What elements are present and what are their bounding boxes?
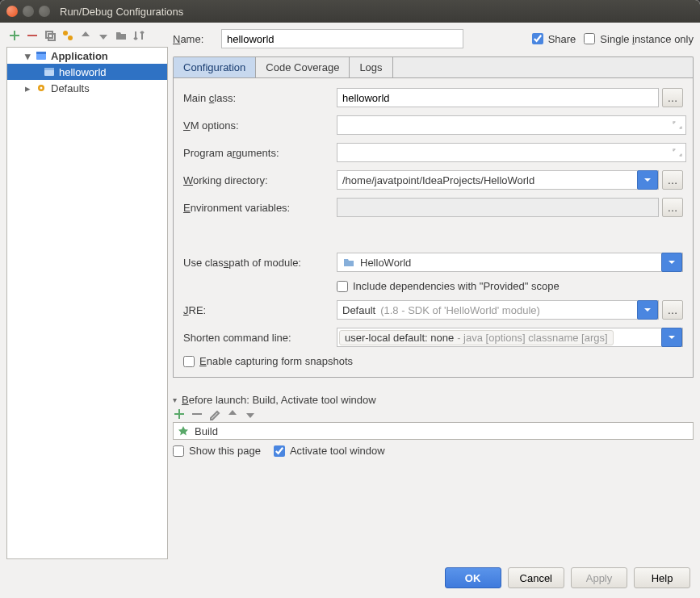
- before-launch-toolbar: [173, 406, 694, 422]
- remove-config-icon[interactable]: [26, 29, 39, 42]
- add-config-icon[interactable]: [8, 29, 21, 42]
- jre-value: Default: [342, 304, 375, 316]
- move-up-icon[interactable]: [79, 29, 92, 42]
- close-icon[interactable]: [6, 6, 18, 17]
- minimize-icon[interactable]: [23, 6, 34, 17]
- activate-tool-label: Activate tool window: [290, 445, 385, 457]
- configuration-panel: Main class: … VM options:: [173, 77, 694, 378]
- body: ▾ Application helloworld ▸: [0, 23, 700, 598]
- edit-defaults-icon[interactable]: [61, 29, 74, 42]
- svg-rect-7: [44, 68, 54, 70]
- jre-label: JRE:: [183, 304, 329, 316]
- tree-node-helloworld[interactable]: helloworld: [7, 64, 167, 80]
- help-button[interactable]: Help: [634, 567, 690, 588]
- chevron-down-icon[interactable]: [661, 253, 682, 272]
- tree-node-application[interactable]: ▾ Application: [7, 48, 167, 64]
- titlebar: Run/Debug Configurations: [0, 0, 700, 23]
- name-input[interactable]: [221, 29, 463, 48]
- right-pane: Name: Share Single instance only Configu…: [173, 27, 694, 559]
- window: Run/Debug Configurations: [0, 0, 700, 598]
- chevron-down-icon[interactable]: [661, 328, 682, 347]
- main-class-input[interactable]: [337, 88, 659, 107]
- application-icon: [43, 65, 56, 78]
- shorten-value: user-local default: none: [345, 332, 454, 344]
- copy-config-icon[interactable]: [44, 29, 57, 42]
- name-row: Name: Share Single instance only: [173, 27, 694, 56]
- before-launch-list[interactable]: Build: [173, 422, 694, 440]
- left-pane: ▾ Application helloworld ▸: [6, 27, 168, 559]
- build-item-label: Build: [195, 425, 218, 437]
- tab-code-coverage[interactable]: Code Coverage: [256, 57, 350, 77]
- working-dir-label: Working directory:: [183, 174, 329, 186]
- svg-point-2: [63, 31, 68, 36]
- tab-strip: Configuration Code Coverage Logs: [173, 56, 694, 77]
- main-class-label: Main class:: [183, 92, 329, 104]
- browse-env-button[interactable]: …: [662, 198, 683, 217]
- classpath-value: HelloWorld: [360, 257, 411, 269]
- vm-options-label: VM options:: [183, 119, 329, 132]
- tab-configuration[interactable]: Configuration: [174, 57, 256, 77]
- apply-button[interactable]: Apply: [571, 567, 627, 588]
- window-title: Run/Debug Configurations: [60, 6, 183, 18]
- before-launch-header[interactable]: ▾ Before launch: Build, Activate tool wi…: [173, 394, 694, 406]
- snapshots-label: Enable capturing form snapshots: [199, 355, 353, 367]
- snapshots-checkbox[interactable]: Enable capturing form snapshots: [183, 355, 683, 367]
- chevron-down-icon[interactable]: [637, 170, 658, 190]
- chevron-down-icon: ▾: [23, 50, 31, 62]
- activate-tool-checkbox[interactable]: Activate tool window: [274, 445, 385, 457]
- tree-node-label: helloworld: [59, 66, 107, 78]
- program-args-input[interactable]: [337, 143, 686, 162]
- tree-node-label: Defaults: [51, 82, 90, 94]
- shorten-hint: - java [options] classname [args]: [457, 332, 607, 344]
- browse-main-class-button[interactable]: …: [662, 88, 683, 107]
- include-provided-label: Include dependencies with "Provided" sco…: [353, 280, 560, 292]
- program-args-label: Program arguments:: [183, 147, 329, 159]
- include-provided-checkbox[interactable]: Include dependencies with "Provided" sco…: [337, 280, 560, 292]
- svg-point-9: [40, 87, 43, 90]
- window-controls: [6, 6, 50, 17]
- edit-task-icon[interactable]: [208, 408, 221, 420]
- maximize-icon[interactable]: [39, 6, 50, 17]
- single-instance-checkbox[interactable]: Single instance only: [584, 33, 694, 45]
- jre-combo[interactable]: Default (1.8 - SDK of 'HelloWorld' modul…: [337, 300, 659, 320]
- jre-hint: (1.8 - SDK of 'HelloWorld' module): [380, 304, 540, 316]
- browse-workdir-button[interactable]: …: [662, 170, 683, 190]
- share-checkbox[interactable]: Share: [532, 33, 576, 45]
- chevron-down-icon[interactable]: [637, 300, 658, 320]
- folder-icon[interactable]: [115, 29, 128, 42]
- shorten-combo[interactable]: user-local default: none - java [options…: [337, 328, 683, 347]
- cancel-button[interactable]: Cancel: [508, 567, 564, 588]
- show-page-checkbox[interactable]: Show this page: [173, 445, 261, 457]
- working-dir-combo[interactable]: /home/javatpoint/IdeaProjects/HelloWorld: [337, 170, 659, 190]
- before-launch-options: Show this page Activate tool window: [173, 440, 694, 457]
- vm-options-input[interactable]: [337, 115, 686, 135]
- tree-node-label: Application: [51, 50, 108, 62]
- browse-jre-button[interactable]: …: [662, 300, 683, 320]
- tab-logs[interactable]: Logs: [350, 57, 392, 77]
- application-icon: [35, 49, 48, 62]
- tree-toolbar: [6, 27, 168, 47]
- env-vars-label: Environment variables:: [183, 202, 329, 214]
- move-down-icon[interactable]: [244, 408, 257, 420]
- move-down-icon[interactable]: [97, 29, 110, 42]
- add-task-icon[interactable]: [173, 408, 186, 420]
- remove-task-icon[interactable]: [191, 408, 203, 420]
- show-page-label: Show this page: [189, 445, 261, 457]
- chevron-down-icon: ▾: [173, 395, 177, 404]
- gear-icon: [35, 82, 48, 94]
- chevron-right-icon: ▸: [23, 82, 31, 94]
- env-vars-input[interactable]: [337, 198, 659, 217]
- svg-rect-5: [36, 52, 46, 54]
- svg-point-3: [68, 36, 73, 40]
- dialog-footer: OK Cancel Apply Help: [0, 559, 700, 598]
- module-icon: [342, 256, 355, 269]
- ok-button[interactable]: OK: [445, 567, 501, 588]
- working-dir-value: /home/javatpoint/IdeaProjects/HelloWorld: [337, 174, 637, 186]
- sort-icon[interactable]: [132, 29, 145, 42]
- tree-node-defaults[interactable]: ▸ Defaults: [7, 80, 167, 96]
- share-label: Share: [548, 33, 576, 45]
- classpath-combo[interactable]: HelloWorld: [337, 253, 683, 272]
- name-label: Name:: [173, 33, 213, 45]
- move-up-icon[interactable]: [226, 408, 239, 420]
- config-tree[interactable]: ▾ Application helloworld ▸: [6, 47, 168, 559]
